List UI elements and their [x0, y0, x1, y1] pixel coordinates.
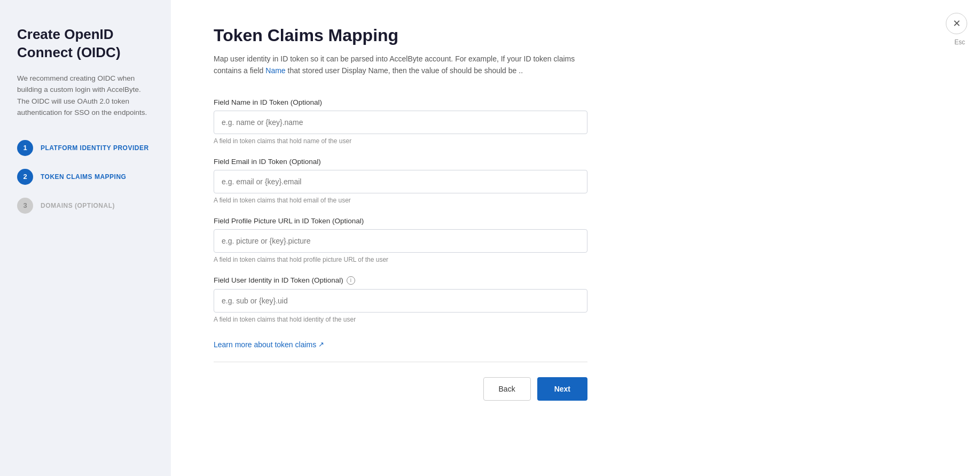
input-field-profile-picture[interactable] [214, 229, 587, 253]
close-button[interactable]: ✕ [946, 13, 967, 34]
hint-field-user-identity: A field in token claims that hold identi… [214, 316, 587, 323]
learn-more-text: Learn more about token claims [214, 340, 316, 349]
description-highlight: Name [265, 66, 285, 75]
step-label-3: DOMAINS (OPTIONAL) [41, 202, 115, 209]
step-circle-3: 3 [17, 198, 33, 214]
sidebar: Create OpenID Connect (OIDC) We recommen… [0, 0, 171, 476]
label-field-email: Field Email in ID Token (Optional) [214, 158, 587, 166]
external-link-icon: ↗ [318, 340, 324, 348]
form-group-profile-picture: Field Profile Picture URL in ID Token (O… [214, 217, 587, 263]
form-section: Field Name in ID Token (Optional) A fiel… [214, 98, 587, 401]
steps-list: 1 PLATFORM IDENTITY PROVIDER 2 TOKEN CLA… [17, 140, 154, 214]
form-group-user-identity: Field User Identity in ID Token (Optiona… [214, 276, 587, 323]
input-field-user-identity[interactable] [214, 289, 587, 313]
esc-label: Esc [954, 38, 965, 46]
label-field-name: Field Name in ID Token (Optional) [214, 98, 587, 106]
page-title: Token Claims Mapping [214, 26, 937, 45]
step-item-1[interactable]: 1 PLATFORM IDENTITY PROVIDER [17, 140, 154, 156]
divider [214, 362, 587, 362]
step-label-1: PLATFORM IDENTITY PROVIDER [41, 144, 149, 152]
footer-buttons: Back Next [214, 375, 587, 401]
step-item-3[interactable]: 3 DOMAINS (OPTIONAL) [17, 198, 154, 214]
sidebar-title: Create OpenID Connect (OIDC) [17, 26, 154, 62]
page-description: Map user identity in ID token so it can … [214, 53, 577, 77]
step-circle-1: 1 [17, 140, 33, 156]
back-button[interactable]: Back [483, 377, 531, 401]
step-circle-2: 2 [17, 169, 33, 185]
hint-field-email: A field in token claims that hold email … [214, 197, 587, 204]
input-field-name[interactable] [214, 111, 587, 134]
form-group-email: Field Email in ID Token (Optional) A fie… [214, 158, 587, 204]
main-content: ✕ Esc Token Claims Mapping Map user iden… [171, 0, 980, 476]
label-field-user-identity: Field User Identity in ID Token (Optiona… [214, 276, 587, 285]
sidebar-description: We recommend creating OIDC when building… [17, 73, 154, 119]
info-icon-user-identity[interactable]: i [347, 276, 355, 285]
step-item-2[interactable]: 2 TOKEN CLAIMS MAPPING [17, 169, 154, 185]
label-field-profile-picture: Field Profile Picture URL in ID Token (O… [214, 217, 587, 225]
next-button[interactable]: Next [537, 377, 587, 401]
step-label-2: TOKEN CLAIMS MAPPING [41, 173, 126, 181]
description-part2: that stored user Display Name, then the … [286, 66, 523, 75]
hint-field-profile-picture: A field in token claims that hold profil… [214, 256, 587, 263]
form-group-name: Field Name in ID Token (Optional) A fiel… [214, 98, 587, 145]
learn-more-link[interactable]: Learn more about token claims ↗ [214, 340, 587, 349]
hint-field-name: A field in token claims that hold name o… [214, 137, 587, 145]
input-field-email[interactable] [214, 170, 587, 193]
